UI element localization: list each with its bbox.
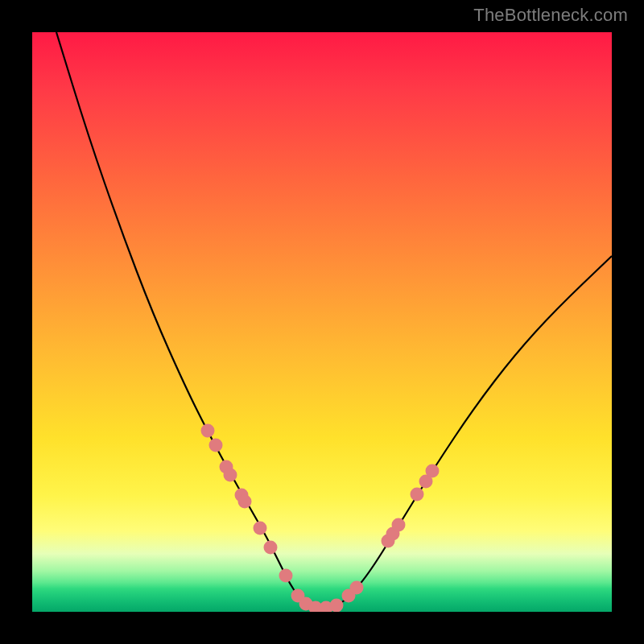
watermark-text: TheBottleneck.com (473, 5, 628, 26)
data-marker (201, 424, 215, 438)
data-marker (279, 569, 293, 583)
data-marker (350, 581, 364, 595)
data-marker (330, 599, 344, 613)
data-marker (392, 518, 406, 532)
data-marker (209, 439, 223, 452)
plot-area (32, 32, 612, 612)
curve-svg (32, 32, 612, 612)
data-marker (224, 469, 237, 482)
chart-container: TheBottleneck.com (0, 0, 644, 644)
data-marker (254, 522, 267, 535)
data-marker (426, 464, 440, 478)
data-marker (238, 495, 252, 509)
data-marker (264, 541, 278, 555)
data-marker (411, 488, 424, 502)
bottleneck-curve (56, 32, 612, 609)
